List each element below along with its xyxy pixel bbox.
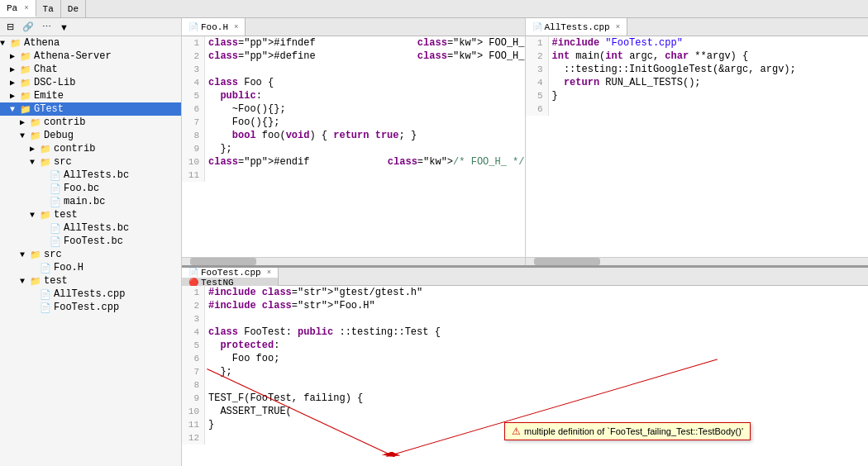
sidebar-item-gtest[interactable]: ▼ 📁 GTest	[0, 102, 181, 116]
sidebar-item-emite[interactable]: ▶ 📁 Emite	[0, 89, 181, 102]
folder-icon: 📄	[50, 183, 61, 194]
item-label: contrib	[44, 116, 85, 128]
code-line: 9 TEST_F(FooTest, failing) {	[182, 392, 868, 405]
line-number: 1	[182, 286, 205, 299]
line-number: 7	[182, 365, 205, 378]
tab-de-label: De	[68, 4, 79, 14]
sidebar-link-button[interactable]: 🔗	[19, 20, 37, 34]
bottom-tab-bar: 📄 FooTest.cpp × 🔴 TestNG 🖥 Console 📄 Dec…	[182, 268, 868, 286]
folder-icon: 📁	[30, 276, 41, 287]
sidebar-item-footest-cpp[interactable]: 📄 FooTest.cpp	[0, 301, 181, 314]
bottom-tabs-container: 📄 FooTest.cpp × 🔴 TestNG 🖥 Console 📄 Dec…	[182, 268, 279, 285]
line-number: 3	[182, 63, 205, 76]
sidebar-item-dsc-lib[interactable]: ▶ 📁 DSC-Lib	[0, 76, 181, 89]
tab-pa-close[interactable]: ×	[24, 4, 28, 12]
code-line: 11	[182, 169, 525, 182]
line-content: class="pp">#define	[208, 50, 417, 63]
error-message: multiple definition of `FooTest_failing_…	[524, 426, 743, 436]
sidebar-item-foo-h[interactable]: 📄 Foo.H	[0, 261, 181, 274]
folder-icon: 📁	[20, 78, 31, 88]
sidebar-item-foo-bc[interactable]: 📄 Foo.bc	[0, 182, 181, 195]
tab-foo-h[interactable]: 📄 Foo.H ×	[182, 18, 246, 36]
line-number: 8	[182, 129, 205, 142]
code-editor-alltests[interactable]: 1 #include "FooTest.cpp" 2 int main(int …	[526, 36, 869, 257]
line-number: 11	[182, 418, 205, 431]
line-number: 5	[182, 89, 205, 102]
line-content: }	[552, 89, 869, 102]
arrow-icon: ▼	[0, 39, 10, 48]
line-number: 12	[182, 431, 205, 445]
item-label: AllTests.bc	[64, 169, 129, 181]
tab-foo-h-label: Foo.H	[201, 22, 228, 32]
top-tab-bar: Pa × Ta De	[0, 0, 868, 18]
editor-area: 📄 Foo.H × 1 class="pp">#ifndefclass="kw"…	[182, 18, 868, 466]
file-icon-alltests: 📄	[532, 22, 542, 32]
tab-alltests-close[interactable]: ×	[616, 23, 620, 31]
editor-wrapper: 1 #include class="str">"gtest/gtest.h" 2…	[182, 286, 868, 466]
folder-icon: 📁	[10, 38, 21, 49]
tab-pa-label: Pa	[7, 3, 17, 13]
tab-pa[interactable]: Pa ×	[0, 0, 36, 17]
tree-container: ▼ 📁 Athena ▶ 📁 Athena-Server ▶ 📁 Chat ▶ …	[0, 36, 181, 314]
sidebar-more-button[interactable]: ⋯	[39, 20, 55, 34]
code-line: 6	[526, 102, 869, 116]
line-number: 7	[182, 116, 205, 129]
line-content: return RUN_ALL_TESTS();	[552, 76, 869, 89]
tab-de[interactable]: De	[61, 0, 86, 17]
sidebar-item-alltests-bc2[interactable]: 📄 AllTests.bc	[0, 221, 181, 235]
sidebar-item-src[interactable]: ▼ 📁 src	[0, 155, 181, 169]
sidebar-item-athena-server[interactable]: ▶ 📁 Athena-Server	[0, 50, 181, 63]
code-line: 10 ASSERT_TRUE(	[182, 405, 868, 418]
sidebar-item-footest-bc[interactable]: 📄 FooTest.bc	[0, 235, 181, 248]
scrollbar-h-foo-h[interactable]	[182, 257, 525, 265]
scrollbar-thumb-foo-h[interactable]	[190, 258, 256, 265]
sidebar-item-test2[interactable]: ▼ 📁 test	[0, 274, 181, 288]
sidebar-menu-button[interactable]: ▼	[56, 21, 72, 34]
tab-close-footest-cpp[interactable]: ×	[267, 269, 271, 277]
arrow-icon: ▼	[20, 250, 30, 259]
item-label: DSC-Lib	[34, 77, 75, 88]
line-content: bool foo(void) { return true; }	[208, 129, 525, 142]
tab-alltests[interactable]: 📄 AllTests.cpp ×	[526, 18, 628, 36]
sidebar-item-debug[interactable]: ▼ 📁 Debug	[0, 129, 181, 142]
sidebar-item-contrib2[interactable]: ▶ 📁 contrib	[0, 142, 181, 155]
scrollbar-h-alltests[interactable]	[526, 257, 869, 265]
item-label: test	[44, 275, 68, 287]
tab-footest-cpp[interactable]: 📄 FooTest.cpp ×	[182, 268, 279, 278]
sidebar-collapse-button[interactable]: ⊟	[3, 20, 17, 34]
line-content: public:	[208, 89, 525, 102]
folder-icon: 📁	[40, 210, 51, 221]
line-number: 4	[182, 76, 205, 89]
editor-pane-foo-h: 📄 Foo.H × 1 class="pp">#ifndefclass="kw"…	[182, 18, 525, 265]
code-editor-foo-h[interactable]: 1 class="pp">#ifndefclass="kw"> FOO_H_ 2…	[182, 36, 525, 257]
code-line: 3	[182, 312, 868, 326]
tab-icon-footest-cpp: 📄	[188, 268, 198, 278]
code-line: 8	[182, 378, 868, 392]
sidebar-item-contrib[interactable]: ▶ 📁 contrib	[0, 116, 181, 129]
line-content: };	[208, 142, 525, 155]
item-label: src	[54, 156, 72, 168]
tab-ta[interactable]: Ta	[36, 0, 61, 17]
sidebar-item-athena[interactable]: ▼ 📁 Athena	[0, 36, 181, 50]
sidebar-item-chat[interactable]: ▶ 📁 Chat	[0, 63, 181, 76]
line-content: class="pp">#ifndef	[208, 36, 417, 50]
code-line: 2 #include class="str">"Foo.H"	[182, 299, 868, 312]
line-content: class="pp">#endif	[208, 155, 388, 169]
line-content: int main(int argc, char **argv) {	[552, 50, 869, 63]
arrow-icon: ▶	[10, 64, 20, 74]
sidebar-item-test[interactable]: ▼ 📁 test	[0, 208, 181, 221]
sidebar-item-src2[interactable]: ▼ 📁 src	[0, 248, 181, 261]
scrollbar-thumb-alltests[interactable]	[534, 258, 600, 265]
folder-icon: 📁	[40, 157, 51, 168]
line-content: #include class="str">"Foo.H"	[208, 299, 868, 312]
folder-icon: 📄	[50, 197, 61, 207]
tab-foo-h-close[interactable]: ×	[234, 23, 238, 31]
line-number: 3	[182, 312, 205, 326]
sidebar-item-alltests-cpp[interactable]: 📄 AllTests.cpp	[0, 288, 181, 301]
error-icon: ⚠	[512, 426, 521, 437]
sidebar-item-alltests-bc[interactable]: 📄 AllTests.bc	[0, 169, 181, 182]
code-line: 5 protected:	[182, 339, 868, 352]
folder-icon: 📁	[30, 117, 41, 128]
sidebar-item-main-bc[interactable]: 📄 main.bc	[0, 195, 181, 208]
line-number: 10	[182, 405, 205, 418]
